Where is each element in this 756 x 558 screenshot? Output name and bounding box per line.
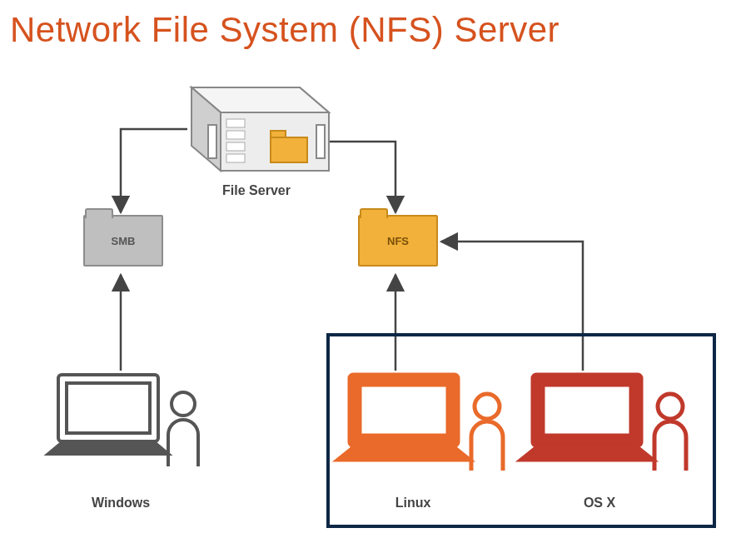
svg-rect-5 — [226, 131, 245, 139]
file-server-icon — [191, 87, 329, 171]
svg-rect-3 — [221, 112, 329, 171]
unix-clients-highlight — [326, 333, 716, 528]
svg-rect-8 — [271, 137, 307, 162]
svg-rect-11 — [67, 383, 150, 433]
nfs-folder-label: NFS — [387, 235, 409, 247]
svg-marker-0 — [191, 87, 329, 171]
svg-point-12 — [172, 392, 195, 416]
svg-rect-9 — [271, 131, 286, 137]
svg-rect-6 — [226, 142, 245, 151]
edge-server-nfs — [329, 142, 395, 212]
nfs-folder: NFS — [358, 215, 438, 267]
smb-folder: SMB — [83, 215, 163, 267]
diagram-title: Network File System (NFS) Server — [10, 10, 560, 50]
edge-server-smb — [121, 129, 187, 212]
windows-client-icon — [48, 375, 198, 466]
svg-rect-10 — [58, 375, 158, 441]
svg-rect-7 — [226, 154, 245, 162]
windows-label: Windows — [79, 496, 162, 511]
svg-marker-1 — [191, 87, 329, 112]
svg-marker-2 — [191, 87, 221, 171]
svg-rect-4 — [226, 119, 245, 127]
file-server-label: File Server — [206, 183, 306, 198]
smb-folder-label: SMB — [112, 235, 136, 247]
